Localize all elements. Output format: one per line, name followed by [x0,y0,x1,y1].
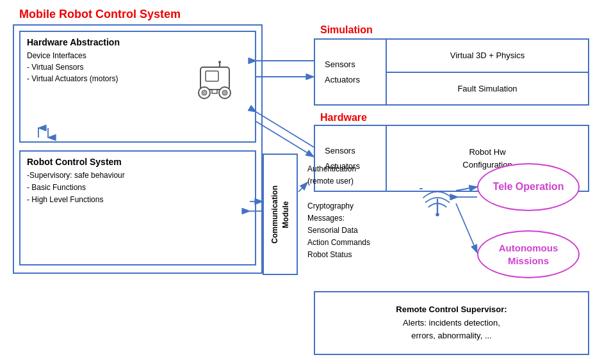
svg-point-7 [222,90,227,95]
auto-missions-text: Autonomous Missions [478,242,578,267]
svg-rect-1 [206,71,218,81]
robot-status-text: Robot Status [307,250,352,259]
svg-rect-8 [212,90,217,93]
remote-supervisor-box: Remote Control Supervisor: Alerts: incid… [314,291,589,355]
svg-line-19 [256,112,314,147]
comm-module: CommunicationModule [263,154,298,275]
supervisor-line1: Remote Control Supervisor: [396,305,507,314]
sim-right: Virtual 3D + Physics Fault Simulation [386,40,588,104]
sensorial-text: Sensorial Data [307,226,358,235]
svg-line-26 [298,182,307,192]
sim-sensors-label: SensorsActuators [315,57,386,87]
tele-operation: Tele Operation [477,163,580,211]
tele-op-text: Tele Operation [493,180,564,194]
mrcs-box: Hardware Abstraction Device Interfaces -… [13,24,263,274]
svg-line-28 [456,203,477,253]
rcs-title: Robot Control System [27,157,250,167]
crypto-text: Cryptography [307,202,354,210]
svg-point-10 [436,213,439,217]
simulation-label: Simulation [320,24,373,36]
main-title: Mobile Robot Control System [19,8,181,21]
hardware-label: Hardware [320,112,367,123]
simulation-box: SensorsActuators Virtual 3D + Physics Fa… [314,38,589,106]
rcs-box: Robot Control System -Supervisory: safe … [19,150,256,265]
svg-point-5 [202,90,207,95]
comm-info: Authentication (remote user) Cryptograph… [307,163,436,262]
diagram: Mobile Robot Control System Hardware Abs… [0,0,611,364]
sim-fault: Fault Simulation [387,73,588,105]
svg-line-20 [256,122,314,157]
svg-point-3 [218,61,221,63]
supervisor-line2: Alerts: incidents detection, [403,318,500,328]
hw-abstraction-title: Hardware Abstraction [27,37,250,47]
auth-sub-text: (remote user) [307,177,354,186]
hw-abstraction-box: Hardware Abstraction Device Interfaces -… [19,31,256,143]
supervisor-line3: errors, abnormality, ... [411,331,491,340]
action-text: Action Commands [307,238,370,247]
messages-text: Messages: [307,214,345,223]
auth-text: Authentication [307,164,356,173]
autonomous-missions: Autonomous Missions [477,230,580,278]
rcs-text: -Supervisory: safe behaviour - Basic Fun… [27,170,250,207]
sim-virtual3d: Virtual 3D + Physics [387,40,588,73]
robot-icon [188,61,242,106]
comm-module-text: CommunicationModule [270,186,291,244]
wireless-icon [421,182,453,218]
remote-supervisor-text: Remote Control Supervisor: Alerts: incid… [396,303,507,343]
